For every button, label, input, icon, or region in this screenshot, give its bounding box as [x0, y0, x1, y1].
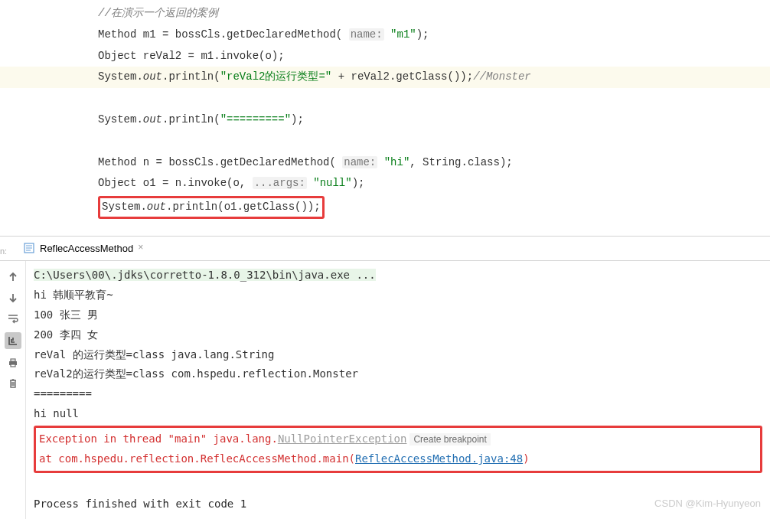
code-text: Object o1 = n.invoke(o,: [98, 177, 253, 189]
up-arrow-icon[interactable]: [6, 270, 20, 284]
error-highlight-box: Exception in thread "main" java.lang.Nul…: [34, 426, 762, 473]
code-text: .println(o1.getClass());: [166, 201, 321, 213]
code-text: System.: [102, 201, 147, 213]
print-icon[interactable]: [6, 356, 20, 370]
param-hint: name:: [342, 156, 377, 168]
param-hint: name:: [349, 28, 384, 41]
code-text: Object reVal2 = m1.invoke(o);: [98, 50, 285, 62]
command-line: C:\Users\00\.jdks\corretto-1.8.0_312\bin…: [34, 269, 376, 281]
scroll-to-end-icon[interactable]: [5, 332, 21, 349]
code-text: System.: [98, 113, 143, 126]
panel-label: n:: [0, 246, 7, 256]
code-text: Method m1 = bossCls.getDeclaredMethod(: [98, 28, 349, 41]
svg-rect-5: [11, 359, 15, 361]
highlighted-code-box: System.out.println(o1.getClass());: [98, 196, 325, 219]
code-comment: //在演示一个返回的案例: [98, 7, 218, 19]
static-field: out: [143, 113, 162, 126]
string-literal: "null": [313, 177, 351, 189]
output-line: hi null: [34, 404, 762, 424]
string-literal: "m1": [390, 28, 416, 41]
run-tab-bar: ReflecAccessMethod ×: [0, 237, 770, 261]
run-panel: C:\Users\00\.jdks\corretto-1.8.0_312\bin…: [0, 261, 770, 519]
watermark: CSDN @Kim-Hyunyeon: [654, 494, 761, 513]
code-text: );: [291, 113, 304, 126]
console-output[interactable]: C:\Users\00\.jdks\corretto-1.8.0_312\bin…: [26, 261, 770, 519]
code-text: Method n = bossCls.getDeclaredMethod(: [98, 156, 342, 168]
run-toolbar: [0, 261, 26, 519]
code-editor[interactable]: //在演示一个返回的案例 Method m1 = bossCls.getDecl…: [0, 0, 770, 236]
code-text: );: [416, 28, 429, 41]
create-breakpoint-button[interactable]: Create breakpoint: [409, 433, 490, 446]
code-text: System.: [98, 70, 143, 83]
trash-icon[interactable]: [6, 377, 20, 390]
code-text: );: [352, 177, 365, 189]
string-literal: "hi": [384, 156, 410, 168]
svg-rect-6: [11, 364, 15, 367]
param-hint: ...args:: [253, 177, 307, 189]
static-field: out: [143, 70, 162, 83]
close-tab-icon[interactable]: ×: [138, 243, 143, 253]
output-line: reVal2的运行类型=class com.hspedu.reflection.…: [34, 364, 762, 384]
error-line: at com.hspedu.reflection.ReflecAccessMet…: [39, 449, 757, 469]
output-line: reVal 的运行类型=class java.lang.String: [34, 345, 762, 365]
source-link[interactable]: ReflecAccessMethod.java:48: [355, 452, 523, 465]
code-text: , String.class);: [409, 156, 512, 168]
output-line: =========: [34, 384, 762, 404]
code-text: .println(: [162, 113, 220, 126]
error-line: Exception in thread "main" java.lang.Nul…: [39, 429, 757, 449]
code-comment: //Monster: [473, 70, 531, 83]
code-text: .println(: [162, 70, 220, 83]
static-field: out: [147, 201, 166, 213]
code-text: + reVal2.getClass());: [331, 70, 473, 83]
output-line: 100 张三 男: [34, 305, 762, 325]
string-literal: "=========": [220, 113, 291, 126]
output-line: hi 韩顺平教育~: [34, 286, 762, 305]
run-tab-label[interactable]: ReflecAccessMethod: [40, 243, 133, 254]
exit-code-line: Process finished with exit code 1: [34, 494, 762, 514]
string-literal: "reVal2的运行类型=": [220, 70, 332, 83]
down-arrow-icon[interactable]: [6, 291, 20, 305]
exception-link[interactable]: NullPointerException: [278, 432, 407, 445]
soft-wrap-icon[interactable]: [6, 312, 20, 325]
run-config-icon: [23, 242, 35, 254]
output-line: 200 李四 女: [34, 325, 762, 345]
